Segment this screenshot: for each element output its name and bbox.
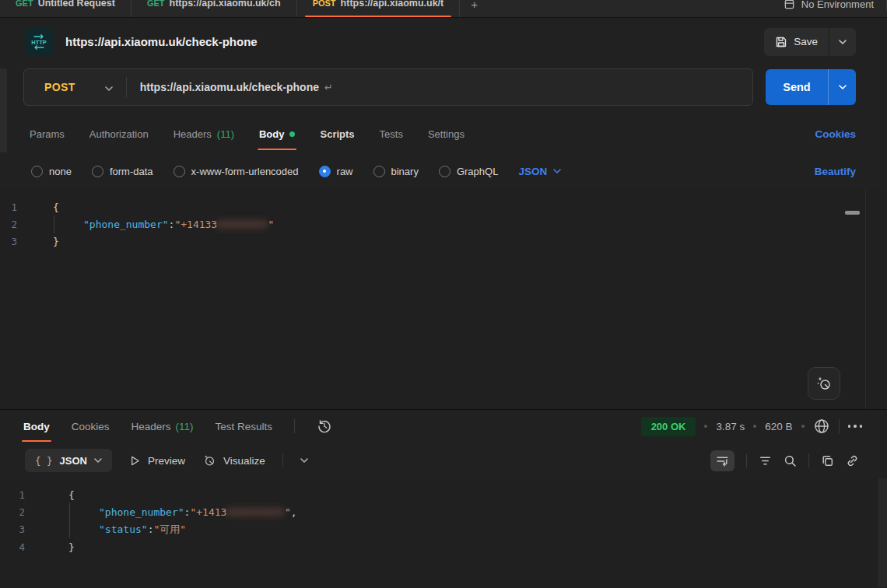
method-label-post: POST: [313, 0, 336, 8]
response-format-selector[interactable]: { } JSON: [25, 449, 112, 472]
postbot-sparkle-icon: [815, 375, 833, 392]
request-tab-3-active[interactable]: POST https://api.xiaomu.uk/t: [297, 0, 461, 17]
radio-icon[interactable]: [439, 166, 451, 177]
tab-authorization[interactable]: Authorization: [89, 116, 149, 152]
visualize-orb-icon: [202, 453, 216, 467]
json-value: "+1413: [190, 503, 226, 520]
code-line: 3 "status" : "可用": [0, 521, 887, 538]
mode-graphql[interactable]: GraphQL: [439, 166, 498, 177]
tab-label: Tests: [380, 128, 403, 140]
chevron-down-icon: [553, 169, 561, 173]
wrap-text-button[interactable]: [710, 450, 734, 471]
response-history-button[interactable]: [317, 418, 332, 434]
save-icon: [775, 36, 787, 48]
radio-selected-icon[interactable]: [319, 166, 331, 177]
request-body-editor[interactable]: 1 { 2 "phone_number" : "+14133 0000000 "…: [0, 189, 887, 409]
response-tab-body[interactable]: Body: [23, 411, 50, 442]
mode-form-data[interactable]: form-data: [92, 166, 153, 177]
copy-button[interactable]: [821, 454, 834, 467]
request-tab-2[interactable]: GET https://api.xiaomu.uk/ch: [131, 0, 297, 17]
tab-title: Untitled Request: [38, 0, 115, 9]
code-token: :: [184, 503, 191, 520]
editor-scrollbar[interactable]: [845, 211, 860, 215]
save-label: Save: [794, 36, 818, 47]
response-tab-headers[interactable]: Headers (11): [131, 411, 194, 442]
tab-label: Params: [30, 128, 65, 140]
environment-label: No Environment: [801, 0, 874, 10]
mode-none[interactable]: none: [31, 166, 72, 177]
radio-icon[interactable]: [373, 166, 385, 177]
indent-guide: [69, 503, 99, 520]
mode-raw-selected[interactable]: raw: [319, 166, 353, 177]
language-selector[interactable]: JSON: [518, 166, 561, 177]
modified-dot-icon: [289, 131, 295, 137]
code-line: 3 }: [0, 233, 887, 250]
beautify-link[interactable]: Beautify: [815, 166, 856, 177]
mode-x-www-form-urlencoded[interactable]: x-www-form-urlencoded: [174, 166, 299, 177]
code-line: 4 }: [0, 538, 887, 555]
request-tabs: Params Authorization Headers (11) Body S…: [0, 114, 887, 153]
save-button[interactable]: Save: [764, 28, 829, 56]
network-info-button[interactable]: [813, 418, 830, 435]
filter-button[interactable]: [759, 454, 772, 467]
tab-headers[interactable]: Headers (11): [174, 116, 234, 152]
new-tab-button[interactable]: +: [460, 0, 489, 17]
svg-text:HTTP: HTTP: [31, 38, 46, 45]
redacted-value: 00000000: [226, 503, 285, 520]
preview-label: Preview: [148, 455, 185, 467]
environment-selector[interactable]: No Environment: [771, 0, 886, 17]
mode-label: raw: [337, 166, 353, 177]
url-input[interactable]: https://api.xiaomu.uk/check-phone↵: [140, 81, 333, 93]
method-selector[interactable]: POST: [24, 81, 75, 93]
code-token: ,: [291, 503, 297, 520]
more-actions-button[interactable]: [848, 425, 863, 428]
tab-body[interactable]: Body: [259, 116, 296, 152]
response-tab-cookies[interactable]: Cookies: [72, 411, 110, 442]
divider: [746, 453, 747, 467]
url-value: https://api.xiaomu.uk/check-phone: [140, 81, 319, 93]
tab-label: Scripts: [320, 128, 354, 140]
cookies-link[interactable]: Cookies: [815, 128, 856, 140]
radio-icon[interactable]: [92, 166, 103, 177]
tab-settings[interactable]: Settings: [428, 116, 465, 152]
headers-count: (11): [217, 128, 234, 140]
send-button[interactable]: Send: [766, 69, 828, 105]
mode-binary[interactable]: binary: [373, 166, 419, 177]
line-number: 2: [0, 503, 44, 520]
chevron-down-icon[interactable]: [300, 458, 308, 463]
response-body-editor[interactable]: 1 { 2 "phone_number" : "+1413 00000000 "…: [0, 478, 887, 587]
history-clock-icon: [317, 418, 332, 434]
braces-icon: { }: [35, 455, 53, 467]
search-button[interactable]: [784, 454, 797, 467]
radio-icon[interactable]: [174, 166, 185, 177]
method-dropdown-button[interactable]: [105, 80, 113, 94]
divider: [839, 419, 840, 433]
line-number: 1: [0, 198, 36, 215]
response-editor-tools: [710, 450, 859, 471]
radio-icon[interactable]: [31, 166, 43, 177]
request-tab-1[interactable]: GET Untitled Request: [0, 0, 131, 17]
postbot-button[interactable]: [808, 367, 840, 400]
link-button[interactable]: [846, 454, 859, 467]
tab-scripts[interactable]: Scripts: [320, 116, 354, 152]
sidebar-collapsed-handle[interactable]: [0, 68, 7, 152]
tab-params[interactable]: Params: [30, 116, 65, 152]
postman-window: { "topbar": { "tabs": [ { "method": "GET…: [0, 0, 887, 588]
json-value: ": [268, 215, 275, 233]
tab-title: https://api.xiaomu.uk/t: [341, 0, 444, 9]
preview-button[interactable]: Preview: [129, 455, 185, 467]
url-bar-row: POST https://api.xiaomu.uk/check-phone↵ …: [0, 65, 887, 114]
tab-label: Body: [23, 421, 50, 432]
tab-label: Authorization: [89, 128, 149, 140]
visualize-button[interactable]: Visualize: [202, 453, 265, 467]
json-key: "phone_number": [83, 215, 169, 233]
response-tab-test-results[interactable]: Test Results: [216, 411, 273, 442]
workspace-tab-bar: GET Untitled Request GET https://api.xia…: [0, 0, 887, 18]
tab-tests[interactable]: Tests: [380, 116, 403, 152]
line-number: 3: [0, 521, 44, 538]
indent-guide: [54, 215, 83, 233]
code-line: 1 {: [0, 198, 887, 215]
send-options-button[interactable]: [828, 69, 856, 105]
response-scrollbar-track[interactable]: [878, 478, 887, 587]
save-options-button[interactable]: [829, 28, 856, 56]
